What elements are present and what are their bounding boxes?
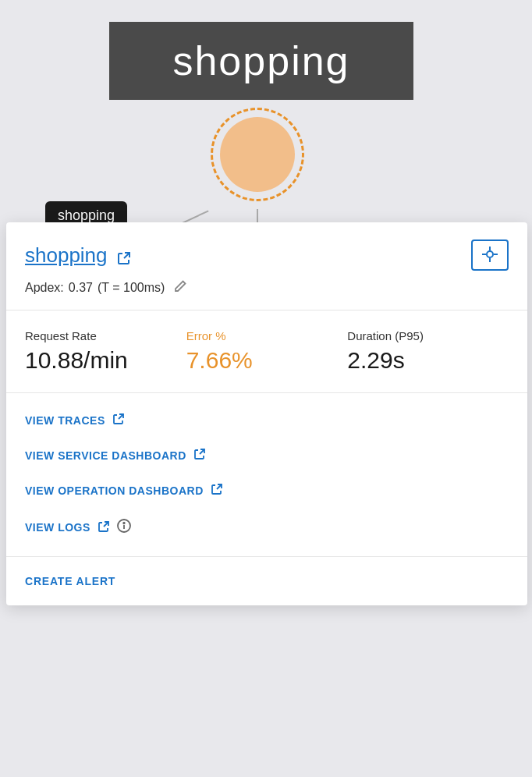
svg-point-7 (123, 523, 125, 524)
header-top: shopping (25, 239, 509, 271)
edit-apdex-icon[interactable] (174, 280, 186, 296)
view-operation-dashboard-link[interactable]: VIEW OPERATION DASHBOARD (6, 473, 527, 508)
metric-request-rate: Request Rate 10.88/min (25, 329, 186, 374)
apdex-label: Apdex: (25, 281, 64, 295)
popup-card: shopping (6, 222, 527, 605)
focus-button[interactable] (471, 239, 509, 271)
crosshair-icon (481, 246, 498, 265)
view-logs-link[interactable]: VIEW LOGS (6, 508, 527, 547)
metric-duration-label: Duration (P95) (347, 329, 509, 342)
view-traces-external-icon (113, 413, 124, 427)
view-service-dashboard-external-icon (194, 449, 205, 462)
banner-text: shopping (172, 37, 349, 84)
apdex-row: Apdex: 0.37 (T = 100ms) (25, 280, 509, 296)
view-logs-label: VIEW LOGS (25, 521, 90, 534)
metric-duration: Duration (P95) 2.29s (347, 329, 509, 374)
links-section: VIEW TRACES VIEW SERVICE DASHBOARD V (6, 393, 527, 557)
create-alert-button[interactable]: CREATE ALERT (25, 575, 115, 587)
view-traces-link[interactable]: VIEW TRACES (6, 403, 527, 438)
metric-duration-value: 2.29s (347, 347, 509, 374)
metrics-section: Request Rate 10.88/min Error % 7.66% Dur… (6, 310, 527, 393)
card-header: shopping (6, 222, 527, 310)
external-link-icon[interactable] (117, 251, 131, 265)
view-service-dashboard-link[interactable]: VIEW SERVICE DASHBOARD (6, 438, 527, 473)
svg-point-0 (487, 251, 493, 257)
apdex-score: 0.37 (69, 281, 93, 295)
view-operation-dashboard-label: VIEW OPERATION DASHBOARD (25, 484, 204, 497)
background-area: shopping shopping (0, 0, 532, 242)
metric-request-rate-label: Request Rate (25, 329, 186, 342)
service-name-container: shopping (25, 243, 131, 268)
apdex-threshold: (T = 100ms) (98, 281, 165, 295)
metric-error-value: 7.66% (186, 347, 348, 374)
node-circle-inner (220, 117, 295, 192)
metric-error-percent: Error % 7.66% (186, 329, 348, 374)
service-name-link[interactable]: shopping (25, 243, 108, 267)
metric-request-rate-value: 10.88/min (25, 347, 186, 374)
card-footer: CREATE ALERT (6, 557, 527, 605)
view-operation-dashboard-external-icon (211, 484, 222, 497)
view-traces-label: VIEW TRACES (25, 414, 105, 427)
view-logs-info-icon[interactable] (117, 519, 131, 536)
view-service-dashboard-label: VIEW SERVICE DASHBOARD (25, 449, 186, 462)
metric-error-label: Error % (186, 329, 348, 342)
shopping-banner: shopping (109, 22, 413, 100)
view-logs-external-icon (98, 521, 109, 534)
tooltip-label: shopping (58, 208, 115, 223)
